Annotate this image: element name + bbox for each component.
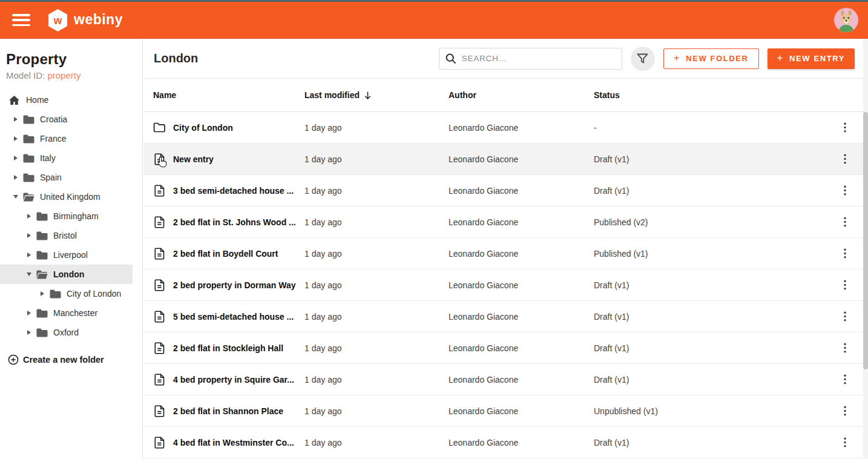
row-menu-button[interactable] xyxy=(838,244,852,263)
sidebar-folder-item[interactable]: Bristol xyxy=(0,226,133,245)
table-row[interactable]: 2 bed property in Dorman Way 1 day ago L… xyxy=(143,269,868,301)
row-menu-button[interactable] xyxy=(838,118,852,137)
caret-icon[interactable] xyxy=(25,271,33,278)
row-menu-button[interactable] xyxy=(838,276,852,295)
name-cell: New entry xyxy=(153,153,304,165)
table-row[interactable]: 2 bed flat in Boydell Court 1 day ago Le… xyxy=(143,238,868,269)
row-last-modified: 1 day ago xyxy=(304,186,449,196)
row-menu-button[interactable] xyxy=(838,213,852,232)
caret-icon[interactable] xyxy=(25,251,33,259)
caret-icon[interactable] xyxy=(39,290,46,297)
row-menu-button[interactable] xyxy=(838,338,852,358)
sidebar-folder-item[interactable]: Italy xyxy=(0,148,133,168)
row-last-modified: 1 day ago xyxy=(304,123,449,133)
row-menu-button[interactable] xyxy=(838,150,852,169)
add-circle-icon xyxy=(8,354,19,365)
row-menu-button[interactable] xyxy=(838,433,852,452)
caret-icon[interactable] xyxy=(12,174,19,181)
column-header-last-modified[interactable]: Last modified xyxy=(304,90,449,100)
caret-icon[interactable] xyxy=(25,329,33,336)
sidebar-folder-item[interactable]: Birmingham xyxy=(0,206,133,226)
sidebar-folder-item[interactable]: Spain xyxy=(0,168,133,187)
table-row[interactable]: 5 bed semi-detached house ... 1 day ago … xyxy=(143,301,868,332)
caret-icon[interactable] xyxy=(12,116,19,123)
content-header: London + NEW FOLDER xyxy=(143,39,868,79)
folder-icon xyxy=(36,269,48,280)
caret-icon[interactable] xyxy=(25,213,33,220)
folder-label: Italy xyxy=(40,153,56,163)
webiny-logo[interactable]: w webiny xyxy=(47,8,123,32)
row-menu-button[interactable] xyxy=(838,401,852,421)
table-row[interactable]: New entry 1 day ago Leonardo Giacone Dra… xyxy=(143,144,868,175)
create-new-folder-button[interactable]: Create a new folder xyxy=(0,354,142,365)
sidebar-folder-item[interactable]: City of London xyxy=(0,284,133,303)
sidebar-item-home[interactable]: Home xyxy=(0,90,133,110)
plus-icon: + xyxy=(777,52,784,64)
folder-label: Bristol xyxy=(53,231,77,240)
row-status: Draft (v1) xyxy=(594,186,838,196)
folder-icon xyxy=(22,134,35,144)
kebab-menu-icon xyxy=(844,374,846,385)
home-icon xyxy=(8,95,20,105)
sidebar-folder-item[interactable]: France xyxy=(0,129,133,148)
row-name: 4 bed flat in Westminster Co... xyxy=(173,438,294,447)
filter-button[interactable] xyxy=(631,47,655,71)
table-row[interactable]: 4 bed property in Squire Gar... 1 day ag… xyxy=(143,364,868,395)
folder-icon xyxy=(36,250,48,260)
caret-icon[interactable] xyxy=(12,193,19,200)
model-id-line: Model ID: property xyxy=(0,68,142,81)
row-author: Leonardo Giacone xyxy=(449,249,594,259)
caret-icon[interactable] xyxy=(25,232,33,239)
new-folder-button[interactable]: + NEW FOLDER xyxy=(663,48,759,69)
row-menu-button[interactable] xyxy=(838,307,852,326)
user-avatar[interactable] xyxy=(834,8,858,32)
row-last-modified: 1 day ago xyxy=(304,154,449,164)
sidebar-folder-item[interactable]: United Kingdom xyxy=(0,187,133,206)
column-header-author[interactable]: Author xyxy=(449,90,594,100)
folder-icon xyxy=(22,153,35,163)
row-last-modified: 1 day ago xyxy=(304,343,449,353)
dog-avatar-image xyxy=(834,8,858,32)
sidebar-folder-item[interactable]: London xyxy=(0,265,133,284)
kebab-menu-icon xyxy=(844,406,846,416)
row-name: 2 bed flat in St. Johns Wood ... xyxy=(173,217,296,227)
sidebar-folder-item[interactable]: Manchester xyxy=(0,303,133,323)
file-icon xyxy=(154,374,165,386)
scrollbar-thumb[interactable] xyxy=(863,112,868,369)
new-entry-button[interactable]: + NEW ENTRY xyxy=(768,48,855,69)
file-icon xyxy=(154,342,165,354)
sidebar-folder-item[interactable]: Oxford xyxy=(0,323,133,342)
table-row[interactable]: 3 bed semi-detached house ... 1 day ago … xyxy=(143,175,868,206)
row-author: Leonardo Giacone xyxy=(449,312,594,322)
column-header-status[interactable]: Status xyxy=(594,90,838,100)
name-cell: 2 bed flat in St. Johns Wood ... xyxy=(153,216,304,228)
row-last-modified: 1 day ago xyxy=(304,438,449,447)
search-input[interactable] xyxy=(439,48,622,70)
folder-icon xyxy=(22,192,35,202)
sidebar-folder-item[interactable]: Croatia xyxy=(0,110,133,129)
row-last-modified: 1 day ago xyxy=(304,375,449,385)
row-name: New entry xyxy=(173,154,214,164)
table-row[interactable]: 2 bed flat in Shannon Place 1 day ago Le… xyxy=(143,395,868,427)
table-row[interactable]: City of London 1 day ago Leonardo Giacon… xyxy=(143,112,868,144)
caret-icon[interactable] xyxy=(25,309,33,317)
scrollbar-track[interactable] xyxy=(863,39,868,459)
row-menu-button[interactable] xyxy=(838,370,852,389)
row-menu-button[interactable] xyxy=(838,181,852,200)
table-row[interactable]: 4 bed flat in Westminster Co... 1 day ag… xyxy=(143,427,868,458)
table-row[interactable]: 2 bed flat in Stockleigh Hall 1 day ago … xyxy=(143,332,868,364)
folder-label: London xyxy=(53,269,84,279)
folder-label: Spain xyxy=(40,173,62,182)
caret-icon[interactable] xyxy=(12,154,19,162)
sidebar-folder-item[interactable]: Liverpool xyxy=(0,245,133,265)
caret-icon[interactable] xyxy=(12,135,19,142)
table-row[interactable]: 2 bed flat in St. Johns Wood ... 1 day a… xyxy=(143,206,868,238)
header-controls: + NEW FOLDER + NEW ENTRY xyxy=(439,47,855,71)
folder-icon xyxy=(22,173,35,183)
file-icon xyxy=(154,311,165,323)
hamburger-menu-icon[interactable] xyxy=(12,14,30,26)
folder-label: Manchester xyxy=(53,308,97,318)
row-status: Draft (v1) xyxy=(594,154,838,164)
name-cell: 2 bed flat in Stockleigh Hall xyxy=(153,342,304,354)
column-header-name[interactable]: Name xyxy=(153,90,304,100)
